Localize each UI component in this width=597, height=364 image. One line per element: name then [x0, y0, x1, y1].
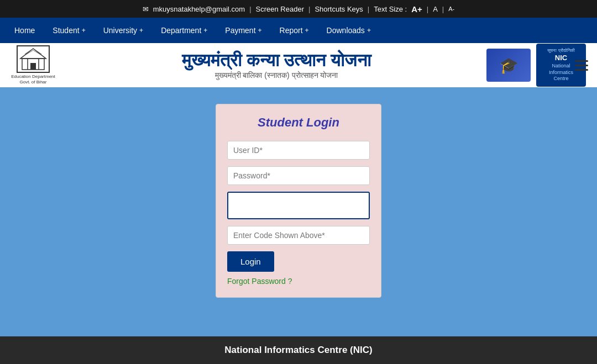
logo-image — [17, 45, 50, 73]
header-title-block: मुख्यमंत्री कन्या उत्थान योजना मुख्यमंत्… — [66, 50, 486, 80]
shortcuts-link[interactable]: Shortcuts Keys — [315, 5, 363, 13]
hamburger-line-2 — [575, 65, 588, 66]
nav-downloads-plus: + — [367, 27, 371, 34]
sep5: | — [442, 5, 444, 13]
main-title: मुख्यमंत्री कन्या उत्थान योजना — [66, 50, 486, 71]
hamburger-line-3 — [575, 69, 588, 71]
font-size-a-minus[interactable]: A- — [448, 6, 454, 12]
userid-input[interactable] — [227, 141, 370, 160]
hamburger-menu[interactable] — [572, 55, 591, 75]
email-address: mkuysnatakhelp@gmail.com — [153, 5, 245, 13]
top-bar: ✉ mkuysnatakhelp@gmail.com | Screen Read… — [0, 0, 597, 18]
nav-report-plus: + — [305, 27, 309, 34]
password-input[interactable] — [227, 166, 370, 185]
logo-svg — [19, 48, 47, 71]
sub-title: मुख्यमंत्री बालिका (स्नातक) प्रोत्साहन य… — [66, 71, 486, 80]
nav-department[interactable]: Department + — [152, 18, 216, 43]
svg-line-8 — [33, 50, 43, 56]
login-card: Student Login Login Forgot Password ? — [216, 104, 381, 298]
education-dept-logo: Education DepartmentGovt. of Bihar — [11, 45, 55, 85]
login-button[interactable]: Login — [227, 251, 274, 272]
svg-line-6 — [33, 49, 41, 54]
userid-group — [227, 141, 370, 160]
logo-caption: Education DepartmentGovt. of Bihar — [11, 74, 55, 85]
nav-university-plus: + — [139, 27, 143, 34]
footer-text: National Informatics Centre (NIC) — [224, 345, 372, 356]
main-content: Student Login Login Forgot Password ? — [0, 87, 597, 314]
captcha-input[interactable] — [227, 226, 370, 245]
svg-line-5 — [25, 49, 33, 54]
forgot-password-link[interactable]: Forgot Password ? — [227, 277, 292, 286]
password-group — [227, 166, 370, 185]
login-title: Student Login — [227, 115, 370, 130]
captcha-image-box — [227, 192, 370, 219]
svg-rect-4 — [30, 63, 36, 70]
sep2: | — [308, 5, 310, 13]
font-size-a-plus[interactable]: A+ — [411, 4, 422, 14]
nav-home[interactable]: Home — [6, 18, 44, 43]
header-banner: Education DepartmentGovt. of Bihar मुख्य… — [0, 43, 597, 87]
nic-logo-text-top: सूचना प्रौद्योगिकी — [543, 48, 579, 54]
svg-marker-1 — [20, 49, 46, 59]
header-right: 🎓 सूचना प्रौद्योगिकी NIC NationalInforma… — [486, 44, 586, 87]
sep1: | — [249, 5, 251, 13]
hamburger-line-1 — [575, 60, 588, 62]
svg-line-7 — [24, 50, 33, 56]
nav-student-plus: + — [82, 27, 86, 34]
main-nav: Home Student + University + Department +… — [0, 18, 597, 43]
captcha-input-group — [227, 226, 370, 245]
login-card-header: Student Login — [227, 115, 370, 130]
login-actions: Login Forgot Password ? — [227, 251, 370, 286]
nav-department-plus: + — [203, 27, 207, 34]
sep3: | — [368, 5, 369, 13]
nav-report[interactable]: Report + — [271, 18, 318, 43]
footer: National Informatics Centre (NIC) — [0, 336, 597, 364]
nav-downloads[interactable]: Downloads + — [318, 18, 380, 43]
text-size-label: Text Size : — [374, 5, 407, 13]
email-icon: ✉ — [143, 5, 149, 13]
nav-payment-plus: + — [258, 27, 262, 34]
graduation-icon: 🎓 — [486, 49, 531, 82]
screen-reader-link[interactable]: Screen Reader — [256, 5, 304, 13]
font-size-a[interactable]: A — [433, 5, 438, 13]
nav-student[interactable]: Student + — [44, 18, 94, 43]
nav-university[interactable]: University + — [95, 18, 152, 43]
sep4: | — [427, 5, 428, 13]
nav-payment[interactable]: Payment + — [216, 18, 270, 43]
